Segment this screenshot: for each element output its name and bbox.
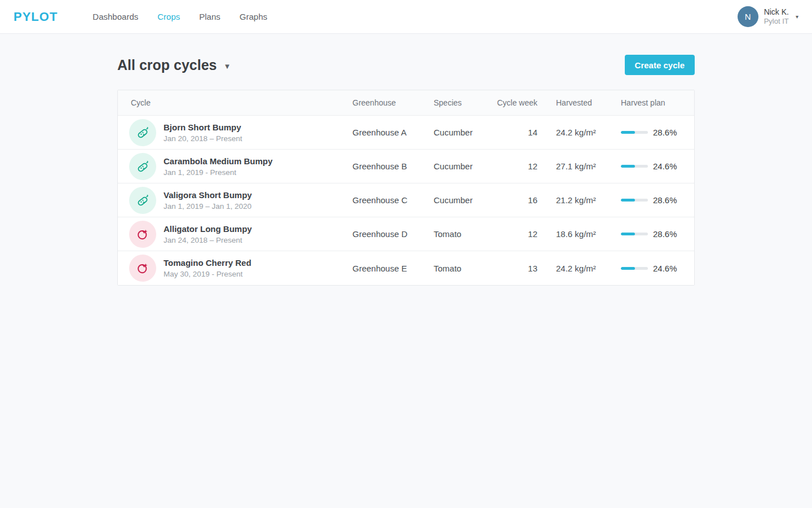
cycle-filter-dropdown[interactable]: All crop cycles ▼ — [117, 57, 231, 73]
cycle-dates: May 30, 2019 - Present — [164, 270, 251, 278]
nav-item-graphs[interactable]: Graphs — [240, 12, 267, 21]
harvest-plan-percent: 28.6% — [653, 128, 677, 137]
cycle-name: Carambola Medium Bumpy — [164, 156, 272, 166]
harvest-progress-bar — [621, 165, 648, 168]
harvest-progress-bar — [621, 199, 648, 202]
cycle-name: Tomagino Cherry Red — [164, 258, 251, 268]
harvest-progress-fill — [621, 131, 635, 134]
harvest-plan-percent: 24.6% — [653, 161, 677, 171]
cycle-name: Bjorn Short Bumpy — [164, 122, 242, 132]
harvested-cell: 24.2 kg/m² — [537, 264, 621, 273]
harvest-plan-percent: 24.6% — [653, 264, 677, 273]
species-cell: Tomato — [434, 229, 497, 239]
cycle-dates: Jan 20, 2018 – Present — [164, 134, 242, 143]
cycle-name: Alligator Long Bumpy — [164, 224, 252, 234]
table-row[interactable]: Tomagino Cherry Red May 30, 2019 - Prese… — [118, 251, 694, 285]
cucumber-icon — [135, 193, 150, 208]
species-cell: Tomato — [434, 264, 497, 273]
chevron-down-icon: ▼ — [223, 60, 231, 71]
harvested-cell: 21.2 kg/m² — [537, 195, 621, 205]
cycle-week-cell: 13 — [497, 264, 537, 273]
harvested-cell: 18.6 kg/m² — [537, 229, 621, 239]
harvest-progress-fill — [621, 199, 635, 202]
nav-item-dashboards[interactable]: Dashboards — [92, 12, 138, 21]
species-icon — [129, 119, 156, 146]
species-cell: Cucumber — [434, 161, 497, 171]
avatar: N — [738, 6, 758, 27]
harvest-progress-bar — [621, 131, 648, 134]
create-cycle-button[interactable]: Create cycle — [625, 55, 695, 75]
species-icon — [129, 153, 156, 180]
greenhouse-cell: Greenhouse A — [352, 128, 434, 137]
col-header-cycle-week: Cycle week — [497, 98, 537, 107]
col-header-cycle: Cycle — [118, 98, 352, 107]
harvest-progress-fill — [621, 233, 635, 235]
cycle-dates: Jan 24, 2018 – Present — [164, 236, 252, 244]
table-row[interactable]: Bjorn Short Bumpy Jan 20, 2018 – Present… — [118, 116, 694, 150]
table-header: Cycle Greenhouse Species Cycle week Harv… — [118, 90, 694, 116]
pylot-logo[interactable]: PYLOT — [14, 10, 58, 24]
cycle-dates: Jan 1, 2019 – Jan 1, 2020 — [164, 202, 252, 211]
col-header-harvest-plan: Harvest plan — [621, 98, 694, 107]
user-name: Nick K. — [764, 7, 789, 17]
species-icon — [129, 187, 156, 214]
user-org: Pylot IT — [764, 17, 789, 27]
species-icon — [129, 221, 156, 248]
crop-cycles-table: Cycle Greenhouse Species Cycle week Harv… — [117, 90, 695, 286]
species-icon — [129, 255, 156, 282]
col-header-greenhouse: Greenhouse — [352, 98, 434, 107]
harvest-plan-percent: 28.6% — [653, 229, 677, 239]
table-row[interactable]: Alligator Long Bumpy Jan 24, 2018 – Pres… — [118, 217, 694, 251]
cycle-dates: Jan 1, 2019 - Present — [164, 168, 272, 177]
greenhouse-cell: Greenhouse B — [352, 161, 434, 171]
greenhouse-cell: Greenhouse C — [352, 195, 434, 205]
harvest-progress-fill — [621, 165, 635, 168]
cycle-week-cell: 16 — [497, 195, 537, 205]
col-header-species: Species — [434, 98, 497, 107]
harvested-cell: 27.1 kg/m² — [537, 161, 621, 171]
page-title: All crop cycles — [117, 57, 217, 73]
tomato-icon — [135, 261, 150, 275]
species-cell: Cucumber — [434, 195, 497, 205]
col-header-harvested: Harvested — [537, 98, 621, 107]
main-content: All crop cycles ▼ Create cycle Cycle Gre… — [0, 55, 812, 286]
harvested-cell: 24.2 kg/m² — [537, 128, 621, 137]
species-cell: Cucumber — [434, 128, 497, 137]
top-bar: PYLOT Dashboards Crops Plans Graphs N Ni… — [0, 0, 812, 34]
cucumber-icon — [135, 125, 150, 140]
cycle-week-cell: 14 — [497, 128, 537, 137]
harvest-progress-bar — [621, 233, 648, 235]
table-row[interactable]: Valigora Short Bumpy Jan 1, 2019 – Jan 1… — [118, 183, 694, 217]
chevron-down-icon: ▾ — [796, 14, 798, 20]
nav-item-crops[interactable]: Crops — [157, 12, 180, 21]
greenhouse-cell: Greenhouse D — [352, 229, 434, 239]
harvest-progress-fill — [621, 267, 635, 270]
cycle-week-cell: 12 — [497, 229, 537, 239]
nav-item-plans[interactable]: Plans — [199, 12, 220, 21]
tomato-icon — [135, 227, 150, 242]
main-nav: Dashboards Crops Plans Graphs — [92, 12, 267, 21]
cycle-week-cell: 12 — [497, 161, 537, 171]
harvest-progress-bar — [621, 267, 648, 270]
harvest-plan-percent: 28.6% — [653, 195, 677, 205]
cucumber-icon — [135, 159, 150, 174]
table-row[interactable]: Carambola Medium Bumpy Jan 1, 2019 - Pre… — [118, 150, 694, 183]
user-menu[interactable]: N Nick K. Pylot IT ▾ — [738, 6, 798, 27]
table-body: Bjorn Short Bumpy Jan 20, 2018 – Present… — [118, 116, 694, 285]
greenhouse-cell: Greenhouse E — [352, 264, 434, 273]
cycle-name: Valigora Short Bumpy — [164, 190, 252, 200]
